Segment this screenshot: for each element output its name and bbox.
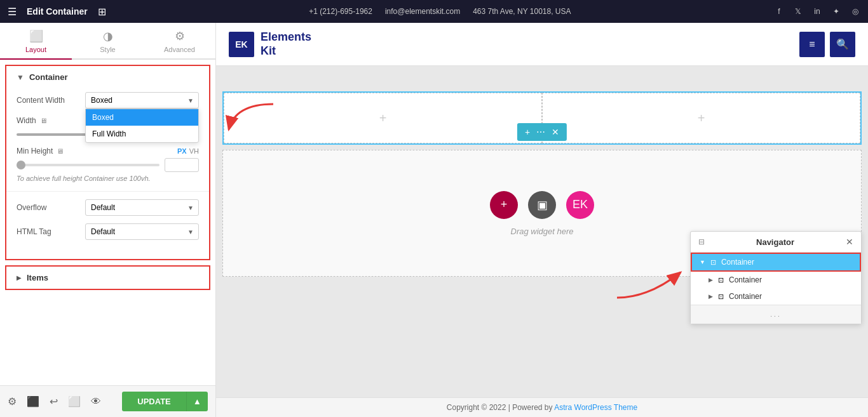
instagram-icon[interactable]: ◎ (850, 6, 860, 17)
divider (6, 191, 209, 192)
globe-icon[interactable]: ✦ (831, 6, 841, 17)
red-arrow-annotation (222, 98, 280, 149)
content-width-select[interactable]: Boxed Full Width (85, 92, 199, 109)
min-height-slider-row (17, 158, 199, 172)
min-height-label-left: Min Height 🖥 (17, 147, 64, 156)
logo-text: Elements Kit (261, 30, 311, 58)
drag-text: Drag widget here (511, 227, 574, 236)
bottom-icons: ⚙ ⬛ ↩ ⬜ 👁 (8, 395, 101, 407)
unit-selector: PX VH (177, 147, 199, 155)
top-bar-contact: +1 (212)-695-1962 info@elementskit.com 4… (106, 7, 774, 16)
hamburger-icon[interactable]: ☰ (8, 6, 17, 18)
hamburger-menu-button[interactable]: ≡ (799, 32, 825, 57)
min-height-monitor-icon: 🖥 (57, 147, 64, 155)
container-section-header: ▼ Container (6, 66, 209, 88)
px-unit[interactable]: PX (177, 147, 187, 155)
min-height-label-row: Min Height 🖥 PX VH (17, 147, 199, 156)
nav-container-icon-1: ⊡ (718, 276, 724, 284)
footer-link[interactable]: Astra WordPress Theme (554, 403, 637, 412)
folder-button[interactable]: ▣ (528, 191, 556, 219)
html-tag-select-wrapper: Default ▼ (85, 223, 199, 240)
overflow-row: Overflow Default ▼ (6, 195, 209, 220)
settings-icon[interactable]: ⚙ (8, 395, 17, 407)
history-icon[interactable]: ↩ (50, 395, 58, 407)
items-section: ▶ Items (5, 265, 210, 290)
drag-icons: + ▣ EK (490, 191, 594, 219)
nav-toggle-1: ▶ (709, 277, 713, 283)
content-width-row: Content Width Boxed Full Width ▼ Boxed F… (6, 88, 209, 112)
linkedin-icon[interactable]: in (812, 6, 822, 17)
navigator-title: Navigator (756, 237, 794, 247)
add-widget-button[interactable]: + (490, 191, 518, 219)
content-width-dropdown: Boxed Full Width (85, 109, 199, 143)
responsive-icon[interactable]: ⬜ (68, 395, 81, 407)
vh-unit[interactable]: VH (189, 147, 199, 155)
page-title: Edit Container (27, 6, 88, 17)
tab-style[interactable]: ◑ Style (72, 23, 144, 60)
style-icon: ◑ (103, 29, 113, 43)
advanced-icon: ⚙ (175, 29, 185, 43)
canvas-content: + ⋯ ✕ + + + ▣ EK Drag widget here (216, 66, 868, 397)
tab-style-label: Style (100, 46, 115, 53)
search-button[interactable]: 🔍 (830, 32, 855, 57)
facebook-icon[interactable]: f (774, 6, 784, 17)
min-height-slider[interactable] (17, 164, 159, 166)
overflow-select[interactable]: Default (85, 199, 199, 216)
layout-icon: ⬜ (29, 29, 43, 43)
tab-advanced[interactable]: ⚙ Advanced (144, 23, 215, 60)
nav-toggle-0: ▼ (700, 259, 705, 265)
canvas-area: EK Elements Kit ≡ 🔍 (216, 23, 868, 417)
nav-item-container-2[interactable]: ▶ ⊡ Container (691, 288, 861, 305)
update-button[interactable]: UPDATE (122, 392, 186, 411)
site-header: EK Elements Kit ≡ 🔍 (216, 23, 868, 66)
section-collapse-icon[interactable]: ▼ (17, 73, 24, 82)
min-height-label: Min Height (17, 147, 53, 156)
nav-label-1: Container (729, 275, 762, 284)
nav-item-container-0[interactable]: ▼ ⊡ Container (691, 253, 861, 272)
layers-icon[interactable]: ⬛ (27, 395, 39, 407)
width-label: Width (17, 116, 36, 125)
nav-label-0: Container (721, 258, 754, 267)
navigator-panel: ⊟ Navigator ✕ ▼ ⊡ Container ▶ ⊡ Containe… (690, 231, 862, 324)
logo-line1: Elements (261, 30, 311, 44)
site-footer: Copyright © 2022 | Powered by Astra Word… (216, 397, 868, 417)
contact-email: info@elementskit.com (385, 7, 460, 16)
preview-icon[interactable]: 👁 (91, 396, 101, 407)
min-height-value-input[interactable] (165, 158, 199, 172)
dropdown-option-fullwidth[interactable]: Full Width (86, 126, 198, 142)
ek-button[interactable]: EK (566, 191, 594, 219)
toolbar-add-button[interactable]: + (522, 126, 532, 138)
tab-layout-label: Layout (25, 46, 46, 53)
navigator-close-button[interactable]: ✕ (846, 237, 853, 247)
update-arrow-button[interactable]: ▲ (186, 392, 208, 411)
bottom-bar: ⚙ ⬛ ↩ ⬜ 👁 UPDATE ▲ (0, 385, 215, 417)
tab-layout[interactable]: ⬜ Layout (0, 23, 72, 60)
logo-area: EK Elements Kit (229, 30, 311, 58)
nav-toggle-2: ▶ (709, 293, 713, 300)
dropdown-option-boxed[interactable]: Boxed (86, 109, 198, 126)
container-section: ▼ Container Content Width Boxed Full Wid… (5, 65, 210, 260)
social-links: f 𝕏 in ✦ ◎ (774, 6, 860, 17)
grid-icon[interactable]: ⊞ (98, 6, 106, 18)
html-tag-label: HTML Tag (17, 227, 80, 236)
header-right: ≡ 🔍 (799, 32, 855, 57)
content-width-select-wrapper: Boxed Full Width ▼ Boxed Full Width (85, 92, 199, 109)
update-button-group: UPDATE ▲ (122, 392, 208, 411)
navigator-arrow-annotation (611, 260, 687, 304)
items-toggle-icon: ▶ (17, 274, 22, 281)
panel-tabs: ⬜ Layout ◑ Style ⚙ Advanced (0, 23, 215, 60)
html-tag-select[interactable]: Default (85, 223, 199, 240)
nav-item-container-1[interactable]: ▶ ⊡ Container (691, 272, 861, 288)
navigator-collapse-icon[interactable]: ⊟ (698, 237, 705, 246)
content-width-label: Content Width (17, 96, 80, 105)
items-section-header[interactable]: ▶ Items (6, 267, 209, 289)
footer-text: Copyright © 2022 | Powered by (447, 403, 554, 412)
toolbar-close-button[interactable]: ✕ (549, 126, 562, 138)
navigator-header: ⊟ Navigator ✕ (691, 232, 861, 253)
twitter-icon[interactable]: 𝕏 (793, 6, 803, 17)
canvas-toolbar: + ⋯ ✕ (517, 123, 567, 141)
nav-dots: ... (770, 311, 781, 318)
top-bar: ☰ Edit Container ⊞ +1 (212)-695-1962 inf… (0, 0, 868, 23)
toolbar-move-button[interactable]: ⋯ (534, 126, 548, 138)
min-height-row: Min Height 🖥 PX VH (6, 143, 209, 173)
